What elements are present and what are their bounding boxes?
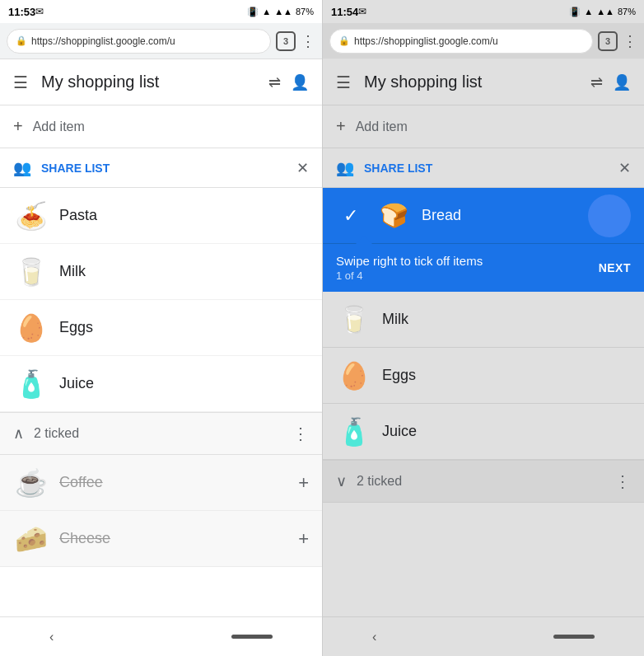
url-bar-left[interactable]: 🔒 https://shoppinglist.google.com/u <box>7 29 271 54</box>
plus-icon-left: + <box>13 117 23 136</box>
share-people-icon-right: 👥 <box>336 159 354 177</box>
tooltip-content: Swipe right to tick off items 1 of 4 <box>336 254 483 282</box>
sort-icon-left[interactable]: ⇌ <box>268 73 281 91</box>
coffee-emoji: ☕ <box>13 465 49 501</box>
ticked-item-coffee[interactable]: ☕ Coffee + <box>0 455 322 511</box>
signal-icon-right: ▲▲ <box>596 7 614 16</box>
eggs-name: Eggs <box>59 319 309 336</box>
left-phone-panel: 11:53 ✉ 📳 ▲ ▲▲ 87% 🔒 https://shoppinglis… <box>0 0 322 656</box>
tab-count-left[interactable]: 3 <box>276 31 296 51</box>
pasta-name: Pasta <box>59 207 309 224</box>
vibrate-icon: 📳 <box>247 7 259 17</box>
ticked-item-cheese[interactable]: 🧀 Cheese + <box>0 511 322 567</box>
vibrate-icon-right: 📳 <box>569 7 581 17</box>
ticked-count-left: 2 ticked <box>34 426 282 441</box>
swipe-tooltip: Swipe right to tick off items 1 of 4 NEX… <box>323 244 644 292</box>
menu-dots-right[interactable]: ⋮ <box>623 32 637 50</box>
menu-dots-left[interactable]: ⋮ <box>301 32 315 50</box>
add-item-text-left: Add item <box>33 119 85 134</box>
nav-bar-left: ‹ <box>0 616 322 656</box>
swipe-indicator <box>588 194 631 237</box>
list-item-eggs[interactable]: 🥚 Eggs <box>0 300 322 356</box>
back-button-right[interactable]: ‹ <box>372 630 376 644</box>
nav-pill-left <box>231 635 273 639</box>
share-people-icon-left: 👥 <box>13 159 31 177</box>
tooltip-message: Swipe right to tick off items <box>336 254 483 268</box>
eggs-emoji: 🥚 <box>13 310 49 346</box>
milk-emoji-right: 🥛 <box>336 302 372 338</box>
list-item-milk-right[interactable]: 🥛 Milk <box>323 292 644 348</box>
wifi-icon-right: ▲ <box>584 7 593 16</box>
check-circle: ✓ <box>336 201 366 231</box>
coffee-plus[interactable]: + <box>298 472 309 494</box>
cheese-plus[interactable]: + <box>298 528 309 550</box>
ticked-menu-left[interactable]: ⋮ <box>292 424 309 443</box>
share-banner-left: 👥 SHARE LIST ✕ <box>0 148 322 188</box>
lock-icon-left: 🔒 <box>16 35 27 46</box>
juice-emoji-right: 🧴 <box>336 414 372 450</box>
email-icon-left: ✉ <box>35 6 44 17</box>
wifi-icon: ▲ <box>262 7 271 16</box>
eggs-emoji-right: 🥚 <box>336 358 372 394</box>
cheese-emoji: 🧀 <box>13 521 49 557</box>
ticked-header-left[interactable]: ∧ 2 ticked ⋮ <box>0 412 322 455</box>
milk-emoji: 🥛 <box>13 254 49 290</box>
nav-pill-right <box>553 635 595 639</box>
app-header-right: ☰ My shopping list ⇌ 👤 <box>323 59 644 105</box>
bread-name: Bread <box>422 207 578 224</box>
list-item-milk[interactable]: 🥛 Milk <box>0 244 322 300</box>
url-bar-right[interactable]: 🔒 https://shoppinglist.google.com/u <box>329 29 593 54</box>
share-text-right[interactable]: SHARE LIST <box>364 162 609 175</box>
hamburger-right[interactable]: ☰ <box>336 73 351 92</box>
share-text-left[interactable]: SHARE LIST <box>41 162 287 175</box>
juice-emoji: 🧴 <box>13 366 49 402</box>
list-item-pasta[interactable]: 🍝 Pasta <box>0 188 322 244</box>
browser-bar-right: 🔒 https://shoppinglist.google.com/u 3 ⋮ <box>323 23 644 59</box>
add-item-left[interactable]: + Add item <box>0 105 322 148</box>
battery-right: 87% <box>618 7 636 16</box>
ticked-menu-right[interactable]: ⋮ <box>614 471 631 491</box>
milk-name-right: Milk <box>382 311 631 328</box>
coffee-name: Coffee <box>59 474 288 491</box>
lock-icon-right: 🔒 <box>338 35 350 46</box>
tooltip-next-button[interactable]: NEXT <box>599 261 631 274</box>
hamburger-left[interactable]: ☰ <box>13 73 28 92</box>
milk-name: Milk <box>59 263 309 280</box>
back-button-left[interactable]: ‹ <box>49 630 54 644</box>
nav-bar-right: ‹ <box>323 616 644 656</box>
add-person-icon-right[interactable]: 👤 <box>613 73 631 91</box>
app-title-right: My shopping list <box>364 73 577 91</box>
tooltip-progress: 1 of 4 <box>336 269 483 282</box>
add-item-right[interactable]: + Add item <box>323 105 644 148</box>
header-icons-right: ⇌ 👤 <box>590 73 631 91</box>
url-text-left: https://shoppinglist.google.com/u <box>31 35 175 47</box>
email-icon-right: ✉ <box>358 6 366 17</box>
ticked-header-right[interactable]: ∨ 2 ticked ⋮ <box>323 460 644 503</box>
list-item-juice-right[interactable]: 🧴 Juice <box>323 404 644 460</box>
app-header-left: ☰ My shopping list ⇌ 👤 <box>0 59 322 105</box>
share-banner-right: 👥 SHARE LIST ✕ <box>323 148 644 188</box>
battery-left: 87% <box>296 7 314 16</box>
checkmark-icon: ✓ <box>343 205 358 227</box>
expand-icon-right[interactable]: ∨ <box>336 472 347 490</box>
signal-icon: ▲▲ <box>274 7 292 16</box>
sort-icon-right[interactable]: ⇌ <box>590 73 603 91</box>
add-item-text-right: Add item <box>356 119 408 134</box>
time-right: 11:54 <box>331 6 358 18</box>
pasta-emoji: 🍝 <box>13 198 49 234</box>
status-bar-left: 11:53 ✉ 📳 ▲ ▲▲ 87% <box>0 0 322 23</box>
eggs-name-right: Eggs <box>382 367 631 384</box>
list-item-eggs-right[interactable]: 🥚 Eggs <box>323 348 644 404</box>
close-share-left[interactable]: ✕ <box>296 159 309 177</box>
juice-name: Juice <box>59 375 309 392</box>
cheese-name: Cheese <box>59 530 288 547</box>
right-phone-panel: 11:54 ✉ 📳 ▲ ▲▲ 87% 🔒 https://shoppinglis… <box>322 0 644 656</box>
tab-count-right[interactable]: 3 <box>598 31 618 51</box>
status-icons-right: 📳 ▲ ▲▲ 87% <box>569 7 636 17</box>
add-person-icon-left[interactable]: 👤 <box>291 73 309 91</box>
close-share-right[interactable]: ✕ <box>618 159 631 177</box>
status-icons-left: 📳 ▲ ▲▲ 87% <box>247 7 314 17</box>
header-icons-left: ⇌ 👤 <box>268 73 309 91</box>
list-item-juice[interactable]: 🧴 Juice <box>0 356 322 412</box>
collapse-icon-left[interactable]: ∧ <box>13 424 24 443</box>
